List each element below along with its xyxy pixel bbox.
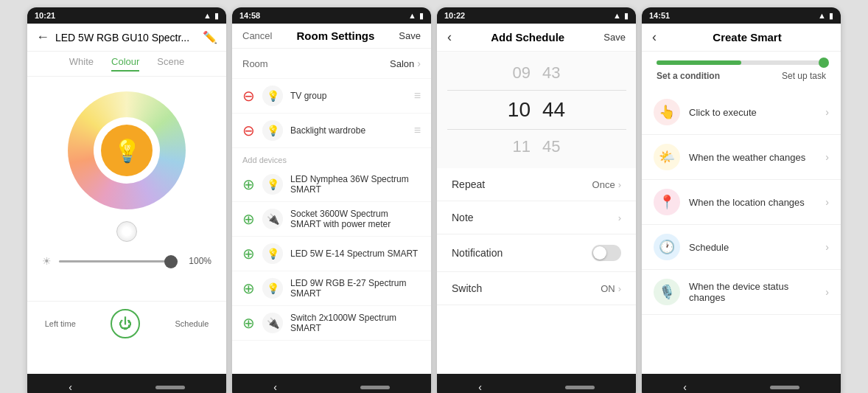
add-device-3: ⊕ 💡 LED 5W E-14 Spectrum SMART [232,237,431,271]
add-device-3-button[interactable]: ⊕ [242,245,255,262]
min-2: 44 [542,98,565,122]
notification-label: Notification [452,247,503,259]
add-device-4-name: LED 9W RGB E-27 Spectrum SMART [290,278,421,299]
notification-toggle[interactable] [592,245,621,261]
screen3-back-button[interactable]: ‹ [447,29,452,45]
battery-icon: ▮ [419,11,424,21]
time-divider-top [447,90,626,91]
weather-label: When the weather changes [689,152,816,163]
screen2-title: Room Settings [296,29,374,42]
power-item[interactable]: ⏻ [111,309,140,338]
nav-pill[interactable] [360,386,390,389]
brightness-pct: 100% [185,256,211,266]
wifi-icon: ▲ [203,11,211,20]
screen4-back-button[interactable]: ‹ [652,29,657,45]
weather-icon-symbol: 🌤️ [659,149,675,165]
screen3-save-button[interactable]: Save [603,32,626,43]
power-button[interactable]: ⏻ [111,309,140,338]
tab-colour[interactable]: Colour [111,56,139,72]
nav-pill[interactable] [770,386,799,389]
brightness-sun-icon: ☀ [42,255,52,267]
add-device-1-button[interactable]: ⊕ [242,175,255,193]
wifi-icon: ▲ [613,11,621,20]
progress-thumb [819,58,829,68]
smart-item-3[interactable]: 🕐 Schedule › [642,225,841,270]
min-1: 43 [542,63,560,83]
screen2-time: 14:58 [239,11,260,20]
screen1-nav-bar: ‹ [27,374,226,393]
repeat-label: Repeat [452,178,485,190]
note-row[interactable]: Note › [437,201,636,234]
bulb-button[interactable]: 💡 [101,125,153,176]
progress-bar [657,60,826,65]
smart-item-1[interactable]: 🌤️ When the weather changes › [642,135,841,180]
save-button[interactable]: Save [399,30,421,41]
tab-scene[interactable]: Scene [157,56,184,72]
repeat-value: Once › [592,179,621,190]
screen1-edit-icon[interactable]: ✏️ [203,30,217,44]
screen3-status-icons: ▲ ▮ [613,11,629,21]
screen1-status-icons: ▲ ▮ [203,11,219,21]
add-device-4-button[interactable]: ⊕ [242,279,255,297]
brightness-thumb[interactable] [164,255,178,268]
drag-handle-2[interactable]: ≡ [414,124,421,137]
screen1-tabs: White Colour Scene [27,52,226,77]
repeat-row[interactable]: Repeat Once › [437,168,636,201]
left-time-item[interactable]: Left time [45,319,76,328]
room-value: Salon › [390,58,421,69]
screen3-header: ‹ Add Schedule Save [437,24,636,52]
add-device-2-button[interactable]: ⊕ [242,210,255,228]
color-selector [27,221,226,242]
nav-back-button[interactable]: ‹ [478,381,482,393]
device-status-chevron: › [825,286,829,298]
remove-device-2-button[interactable]: ⊖ [242,122,255,139]
location-chevron: › [825,196,829,208]
location-icon-symbol: 📍 [659,194,675,210]
add-device-2-icon: 🔌 [262,209,283,229]
smart-item-4[interactable]: 🎙️ When the device status changes › [642,270,841,315]
screen4-title: Create Smart [664,31,830,44]
switch-row[interactable]: Switch ON › [437,272,636,305]
nav-pill[interactable] [155,386,185,389]
battery-icon: ▮ [624,11,629,21]
switch-chevron: › [618,283,621,294]
drag-handle-1[interactable]: ≡ [414,89,421,102]
room-row: Room Salon › [232,49,431,79]
nav-back-button[interactable]: ‹ [683,381,687,393]
screen1-time: 10:21 [35,11,55,20]
screen1-back-button[interactable]: ← [36,29,49,45]
screen-3-phone: 10:22 ▲ ▮ ‹ Add Schedule Save 09 43 10 4… [437,7,636,393]
note-value: › [618,212,621,223]
wifi-icon: ▲ [818,11,826,20]
brightness-bar[interactable] [59,260,178,262]
time-row-3: 11 45 [513,133,561,161]
set-task-label: Set up task [782,71,826,81]
add-device-1-icon: 💡 [262,174,283,195]
remove-device-1-button[interactable]: ⊖ [242,87,255,105]
nav-back-button[interactable]: ‹ [273,381,277,393]
add-device-5-button[interactable]: ⊕ [242,314,255,332]
smart-item-0[interactable]: 👆 Click to execute › [642,90,841,135]
cancel-button[interactable]: Cancel [242,30,272,41]
color-dot[interactable] [116,221,137,242]
tab-white[interactable]: White [69,56,94,72]
screen2-status-icons: ▲ ▮ [408,11,424,21]
screen3-status-bar: 10:22 ▲ ▮ [437,7,636,24]
time-picker: 09 43 10 44 11 45 [437,52,636,168]
smart-item-2[interactable]: 📍 When the location changes › [642,180,841,225]
add-device-2: ⊕ 🔌 Socket 3600W Spectrum SMART with pow… [232,202,431,237]
color-ring[interactable]: 💡 [68,91,186,209]
schedule-item[interactable]: Schedule [175,319,209,328]
screen1-title: LED 5W RGB GU10 Spectr... [55,32,197,44]
weather-icon: 🌤️ [654,144,680,170]
set-condition-label: Set a condition [657,71,720,81]
nav-back-button[interactable]: ‹ [69,381,72,393]
add-device-5-name: Switch 2x1000W Spectrum SMART [290,313,421,333]
time-row-2[interactable]: 10 44 [508,94,565,126]
hour-3: 11 [513,137,531,156]
screen-4-phone: 14:51 ▲ ▮ ‹ Create Smart Set a condition… [642,7,841,393]
screen1-status-bar: 10:21 ▲ ▮ [27,7,226,24]
add-device-5-icon: 🔌 [262,313,283,333]
nav-pill[interactable] [565,386,595,389]
time-divider-bottom [447,129,626,130]
